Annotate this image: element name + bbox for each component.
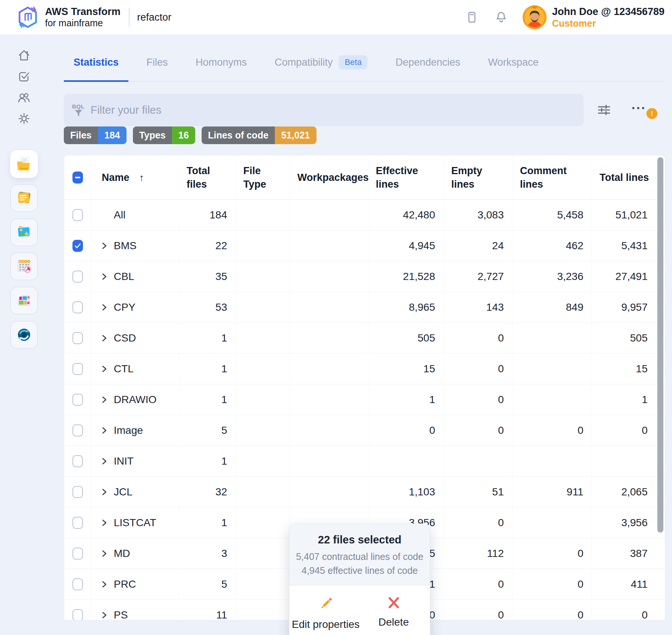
cell-file_type: [236, 538, 290, 569]
cell-files: 11: [179, 600, 236, 620]
delete-button[interactable]: Delete: [360, 595, 428, 630]
row-name-cell[interactable]: JCL: [91, 477, 179, 507]
row-name: PRC: [114, 578, 136, 590]
calendar-icon[interactable]: [10, 253, 38, 280]
row-select-cell: [64, 261, 91, 292]
cell-value: 15: [636, 363, 648, 375]
cell-value: 184: [209, 209, 227, 221]
vertical-scrollbar[interactable]: [657, 157, 663, 533]
cell-value: 462: [566, 240, 583, 252]
tasks-icon[interactable]: [17, 69, 32, 84]
cell-workpackages: [290, 384, 368, 415]
tab-label: Dependencies: [395, 57, 460, 68]
bell-icon[interactable]: [493, 9, 509, 26]
cell-total: [592, 446, 665, 477]
column-header-select[interactable]: [64, 155, 91, 200]
notes-icon[interactable]: [10, 184, 38, 212]
chip-label: Types: [133, 126, 172, 144]
row-checkbox-ctl[interactable]: [72, 363, 83, 375]
row-name-cell[interactable]: INIT: [91, 446, 179, 477]
row-name-cell[interactable]: LISTCAT: [91, 507, 179, 538]
journal-icon[interactable]: [464, 9, 480, 26]
row-name-cell[interactable]: Image: [91, 415, 179, 446]
screen: AWS Transform for mainframe refactor: [0, 0, 672, 635]
cell-value: 505: [630, 332, 648, 344]
cell-total: 9,957: [592, 292, 665, 323]
cell-value: 0: [498, 394, 504, 406]
column-header-effective: Effective lines: [368, 155, 444, 200]
user-block[interactable]: John Doe @ 123456789 Customer: [552, 6, 664, 29]
tab-label: Workspace: [488, 57, 539, 68]
cell-empty: 143: [444, 292, 512, 323]
settings-icon[interactable]: [17, 111, 32, 126]
row-checkbox-listcat[interactable]: [72, 517, 83, 529]
home-icon[interactable]: [17, 48, 32, 63]
users-icon[interactable]: [17, 90, 32, 105]
row-name-cell[interactable]: MD: [91, 538, 179, 569]
column-header-workpackages: Workpackages: [290, 155, 368, 200]
row-checkbox-bms[interactable]: [72, 240, 83, 252]
row-select-cell: [64, 323, 91, 354]
cell-effective: 0: [368, 415, 444, 446]
cell-empty: 0: [444, 600, 512, 620]
row-checkbox-all[interactable]: [72, 209, 83, 221]
avatar[interactable]: [522, 5, 547, 30]
tab-label: Compatibility: [275, 57, 333, 68]
row-checkbox-init[interactable]: [72, 455, 83, 467]
select-all-checkbox[interactable]: [72, 172, 83, 184]
row-checkbox-jcl[interactable]: [72, 486, 83, 498]
app-name: refactor: [137, 12, 172, 23]
row-checkbox-cpy[interactable]: [72, 301, 83, 313]
tab-workspace[interactable]: Workspace: [478, 44, 548, 82]
row-select-cell: [64, 292, 91, 323]
row-checkbox-md[interactable]: [72, 548, 83, 560]
filter-input[interactable]: [90, 104, 584, 116]
gallery-icon[interactable]: [10, 218, 38, 246]
warning-badge-icon[interactable]: !: [646, 108, 657, 119]
row-name-cell[interactable]: DRAWIO: [91, 384, 179, 415]
chip-value: 16: [172, 126, 195, 144]
cell-value: 112: [487, 548, 504, 560]
row-checkbox-cbl[interactable]: [72, 271, 83, 283]
globe-sync-icon[interactable]: [10, 321, 38, 349]
row-name-cell[interactable]: CPY: [91, 292, 179, 323]
chip-label: Files: [64, 126, 98, 144]
cell-effective: 4,945: [368, 230, 444, 261]
cell-file_type: [236, 415, 290, 446]
cell-total: 0: [592, 600, 665, 620]
pencil-icon: [317, 595, 334, 612]
app-header: AWS Transform for mainframe refactor: [0, 0, 672, 35]
row-name-cell[interactable]: All: [91, 200, 179, 230]
cell-value: 51: [492, 486, 504, 498]
row-name-cell[interactable]: CTL: [91, 354, 179, 384]
row-name-cell[interactable]: PRC: [91, 569, 179, 600]
row-checkbox-prc[interactable]: [72, 578, 83, 590]
column-header-name[interactable]: Name↑: [91, 155, 179, 200]
row-name-cell[interactable]: BMS: [91, 230, 179, 261]
row-name-cell[interactable]: PS: [91, 600, 179, 620]
tab-files[interactable]: Files: [137, 44, 178, 82]
cell-value: 143: [486, 301, 504, 313]
cell-value: 911: [567, 486, 583, 498]
row-name-cell[interactable]: CBL: [91, 261, 179, 292]
cell-value: 0: [498, 363, 504, 375]
cell-value: 3,236: [557, 271, 583, 283]
cell-file_type: [236, 261, 290, 292]
selection-effective-lines: 4,945 effective lines of code: [295, 564, 425, 578]
sliders-icon[interactable]: [596, 102, 612, 118]
tab-statistics[interactable]: Statistics: [64, 44, 128, 82]
row-select-cell: [64, 200, 91, 230]
edit-properties-button[interactable]: Edit properties: [292, 595, 360, 630]
tab-compatibility[interactable]: CompatibilityBeta: [265, 44, 378, 82]
row-checkbox-image[interactable]: [72, 424, 83, 436]
row-checkbox-drawio[interactable]: [72, 394, 83, 406]
tab-homonyms[interactable]: Homonyms: [186, 44, 257, 82]
cell-empty: 0: [444, 507, 512, 538]
row-checkbox-csd[interactable]: [72, 332, 83, 344]
cell-file_type: [236, 200, 290, 230]
collage-icon[interactable]: [10, 287, 38, 314]
folder-open-icon[interactable]: [10, 150, 38, 178]
row-checkbox-ps[interactable]: [72, 609, 83, 621]
tab-dependencies[interactable]: Dependencies: [386, 44, 470, 82]
row-name-cell[interactable]: CSD: [91, 323, 179, 354]
